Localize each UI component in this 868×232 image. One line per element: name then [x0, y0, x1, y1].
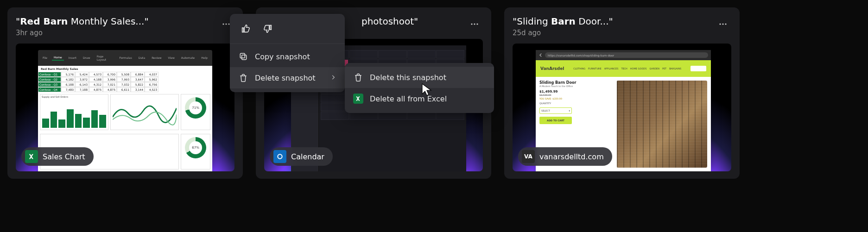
delete-submenu[interactable]: Delete this snapshot Delete all from Exc… [345, 63, 494, 113]
add-to-cart-button: ADD TO CART [539, 117, 572, 124]
chip-label: Sales Chart [43, 152, 85, 161]
delete-snapshot-item[interactable]: Delete snapshot [230, 67, 345, 88]
source-app-chip[interactable]: Sales Chart [21, 147, 94, 166]
row-label: Contoso - Q1 [38, 72, 61, 77]
title-rest: photoshoot" [361, 16, 418, 27]
nav-link: FURNITURE [588, 67, 602, 70]
cell: 6,188 [61, 82, 75, 87]
bar [42, 119, 49, 128]
ribbon-tab: File [41, 55, 49, 60]
chart-title: Supply and Sell Orders [40, 94, 108, 99]
cell: 7,032 [117, 82, 131, 87]
site-search [691, 66, 706, 71]
svg-rect-11 [240, 53, 245, 58]
qty-select: SELECT▾ [539, 107, 572, 114]
cell: 3,972 [75, 77, 89, 82]
source-app-chip[interactable]: Calendar [270, 147, 333, 166]
product-price: $1,499.99 [539, 90, 613, 94]
title-bold: Barn [551, 16, 576, 27]
menu-item-label: Delete all from Excel [370, 94, 486, 103]
calendar-cell [407, 50, 436, 58]
chevron-right-icon [330, 74, 336, 82]
select-label: SELECT [541, 109, 550, 112]
thumbs-up-button[interactable] [238, 21, 253, 36]
cell: 4,875 [89, 87, 103, 92]
cell: 3,996 [103, 77, 117, 82]
excel-table-row: Contoso - Q47,4807,1884,8754,8756,6113,1… [38, 87, 212, 92]
cell: 5,424 [75, 72, 89, 77]
svg-point-3 [471, 23, 472, 25]
row-label: Contoso - Q2 [38, 77, 61, 82]
card-title: "Sliding Barn Door..." [513, 16, 715, 27]
calendar-cell [436, 50, 464, 58]
menu-separator [230, 44, 345, 44]
cell: 5,822 [131, 82, 145, 87]
ribbon-tab: Automate [179, 55, 197, 60]
cell: 3,144 [131, 87, 145, 92]
more-options-button[interactable] [466, 16, 483, 32]
calendar-cell [378, 50, 406, 58]
cell: 4,182 [61, 77, 75, 82]
bar [58, 119, 65, 128]
svg-point-8 [722, 23, 723, 25]
cell: 6,884 [131, 72, 145, 77]
source-app-chip[interactable]: VA vanarsdelltd.com [518, 147, 612, 166]
delete-all-from-excel-item[interactable]: Delete all from Excel [345, 88, 494, 109]
snapshot-thumbnail[interactable]: https://vanarsdelltd.com/shop/sliding-ba… [513, 44, 731, 171]
ribbon-tab: Page Layout [95, 54, 115, 62]
card-title-block: "Sliding Barn Door..." 25d ago [513, 16, 715, 37]
excel-line-chart [110, 94, 179, 130]
copy-icon [238, 51, 248, 62]
snapshot-card[interactable]: "Sliding Barn Door..." 25d ago https://v… [504, 7, 740, 179]
row-label: Contoso - Q3 [38, 82, 61, 87]
svg-point-6 [278, 154, 282, 158]
cell: 7,021 [103, 82, 117, 87]
snapshot-thumbnail[interactable]: File Home Insert Draw Page Layout Formul… [16, 44, 234, 171]
product-savings: YOU SAVE: $150.00 [539, 97, 613, 100]
svg-rect-10 [242, 55, 247, 60]
title-rest: Door..." [576, 16, 613, 27]
snapshot-context-menu[interactable]: Copy snapshot Delete snapshot [230, 14, 345, 92]
menu-item-label: Delete this snapshot [370, 73, 486, 82]
snapshot-card[interactable]: "Red Barn Monthly Sales..." 3hr ago File… [7, 7, 243, 179]
svg-point-1 [225, 23, 227, 25]
donut-value: 67% [192, 146, 199, 150]
excel-table-row: Contoso - Q15,1765,4244,5736,7005,5086,8… [38, 72, 212, 77]
bar [83, 118, 90, 128]
cell: 4,875 [103, 87, 117, 92]
excel-ribbon: File Home Insert Draw Page Layout Formul… [38, 50, 212, 66]
excel-table-row: Contoso - Q24,1823,9724,1883,9967,9933,6… [38, 77, 212, 82]
svg-point-9 [725, 23, 726, 25]
cell: 6,700 [103, 72, 117, 77]
thumbs-down-button[interactable] [260, 21, 275, 36]
more-options-button[interactable] [715, 16, 731, 32]
ribbon-tab: Review [150, 55, 163, 60]
ribbon-tab: Home [52, 55, 64, 61]
excel-title: Red Barn Monthly Sales [38, 66, 212, 72]
card-header: "Sliding Barn Door..." 25d ago [513, 16, 731, 37]
chip-label: vanarsdelltd.com [539, 152, 604, 161]
excel-bar-chart: Supply and Sell Orders [40, 94, 108, 130]
cell: 3,647 [131, 77, 145, 82]
save-label: YOU SAVE: [539, 97, 552, 100]
copy-snapshot-item[interactable]: Copy snapshot [230, 46, 345, 67]
cell: 6,611 [117, 87, 131, 92]
excel-donut-chart-2: 67% [181, 134, 210, 170]
site-header: VanArsdel CLOTHINGFURNITUREAPPLIANCESTEC… [536, 60, 711, 77]
site-nav: CLOTHINGFURNITUREAPPLIANCESTECHHOME GOOD… [573, 67, 681, 70]
calendar-cell [321, 112, 349, 120]
ribbon-tab: Help [199, 55, 209, 60]
excel-table-row: Contoso - Q36,1886,1434,3127,0217,0325,8… [38, 82, 212, 87]
chip-label: Calendar [291, 152, 324, 161]
address-pill: https://vanarsdelltd.com/shop/sliding-ba… [545, 52, 708, 58]
svg-point-0 [222, 23, 224, 25]
thumbs-down-icon [263, 24, 273, 34]
donut-value: 71% [192, 106, 199, 110]
card-timestamp: 25d ago [513, 29, 715, 37]
excel-donut-chart-1: 71% [181, 94, 210, 130]
ellipsis-icon [718, 19, 728, 29]
title-bold: Red Barn [20, 16, 68, 27]
qty-label: QUANTITY [539, 102, 613, 105]
delete-this-snapshot-item[interactable]: Delete this snapshot [345, 67, 494, 88]
chevron-down-icon: ▾ [569, 109, 570, 112]
